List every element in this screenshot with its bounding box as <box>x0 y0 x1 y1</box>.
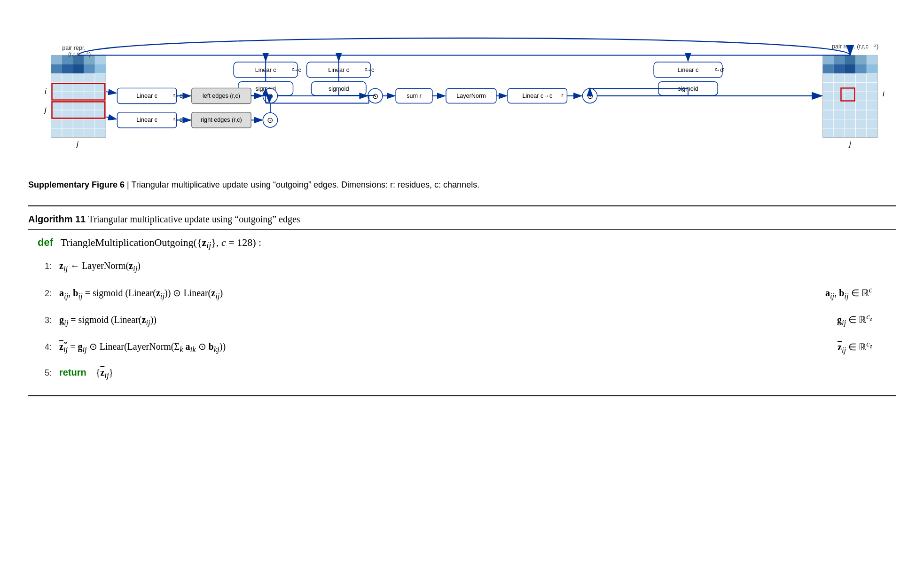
svg-rect-18 <box>51 64 62 73</box>
svg-rect-43 <box>856 55 867 64</box>
svg-text:→c: →c <box>365 67 374 73</box>
svg-text:⊙: ⊙ <box>587 92 593 100</box>
node-sum-r-label: sum r <box>407 93 422 99</box>
line-num-2: 2: <box>33 287 52 300</box>
line-content-1: zij ← LayerNorm(zij) <box>59 258 750 275</box>
svg-text:⊙: ⊙ <box>372 92 378 100</box>
algo-number: Algorithm 11 <box>28 214 86 224</box>
line-content-3: gij = sigmoid (Linear(zij)) <box>59 312 750 330</box>
algo-line-5: 5: return {zij} <box>33 365 891 382</box>
algorithm-content: def TriangleMultiplicationOutgoing({zij}… <box>28 236 896 382</box>
diagram-svg: pair repr. (r,r,c z ) i j j <box>28 14 896 174</box>
svg-text:⊙: ⊙ <box>267 92 273 100</box>
node-layernorm-label: LayerNorm <box>456 93 485 99</box>
line-content-2: aij, bij = sigmoid (Linear(zij)) ⊙ Linea… <box>59 285 750 303</box>
j-label-left: j <box>44 105 47 114</box>
svg-rect-47 <box>845 64 855 73</box>
arrow-matrix-to-j <box>106 117 116 119</box>
line-num-1: 1: <box>33 259 52 273</box>
diagram-container: pair repr. (r,r,c z ) i j j <box>28 14 896 174</box>
svg-rect-20 <box>73 64 84 73</box>
svg-rect-45 <box>823 64 834 73</box>
j-label-left-bottom: j <box>76 140 79 148</box>
node-left-edges-label: left edges (r,c) <box>203 93 240 99</box>
svg-rect-42 <box>845 55 855 64</box>
svg-text:⊙: ⊙ <box>267 116 273 124</box>
svg-rect-17 <box>95 55 106 64</box>
line-num-4: 4: <box>33 340 52 354</box>
def-signature: TriangleMultiplicationOutgoing({zij}, c … <box>55 236 261 248</box>
node-linear-row-i-label: Linear c <box>136 93 157 99</box>
line-num-5: 5: <box>33 366 52 380</box>
algo-title-desc: Triangular multiplicative update using “… <box>88 214 300 224</box>
arrow-matrix-to-i <box>106 92 116 93</box>
matrix-left-label-sub: (r,r,c <box>68 51 80 57</box>
svg-rect-44 <box>867 55 877 64</box>
svg-text:): ) <box>89 51 91 57</box>
svg-rect-22 <box>95 64 106 73</box>
node-linear-c-cz-label: Linear c→c <box>522 93 552 99</box>
caption-text: Triangular multiplicative update using “… <box>131 180 479 189</box>
algo-line-2: 2: aij, bij = sigmoid (Linear(zij)) ⊙ Li… <box>33 284 891 302</box>
svg-rect-48 <box>856 64 867 73</box>
j-label-right-bottom: j <box>848 140 852 148</box>
caption-label: Supplementary Figure 6 <box>28 180 125 189</box>
caption-separator: | <box>125 180 131 189</box>
algorithm-title: Algorithm 11 Triangular multiplicative u… <box>28 211 896 230</box>
node-right-edges-label: right edges (r,c) <box>201 117 242 123</box>
svg-rect-13 <box>51 55 62 64</box>
svg-rect-19 <box>62 64 73 73</box>
node-linear-row-j-label: Linear c <box>136 117 157 123</box>
svg-text:z: z <box>722 66 724 71</box>
svg-text:z: z <box>561 92 564 97</box>
node-linear-cz-cz-3-label: Linear c <box>677 67 698 73</box>
return-keyword: return <box>59 367 86 377</box>
svg-rect-40 <box>823 55 834 64</box>
algorithm-section: Algorithm 11 Triangular multiplicative u… <box>28 205 896 396</box>
svg-rect-46 <box>834 64 845 73</box>
diagram-section: pair repr. (r,r,c z ) i j j <box>28 14 896 191</box>
figure-caption: Supplementary Figure 6 | Triangular mult… <box>28 179 874 191</box>
line-right-2: aij, bij ∈ ℝc <box>750 284 891 302</box>
svg-rect-41 <box>834 55 845 64</box>
top-curve-arrow <box>78 38 850 55</box>
svg-rect-49 <box>867 64 877 73</box>
line-right-3: gij ∈ ℝcz <box>750 311 891 329</box>
svg-text:→c: →c <box>292 67 301 73</box>
matrix-left: pair repr. (r,r,c z ) i j j <box>44 45 106 148</box>
algo-def-line: def TriangleMultiplicationOutgoing({zij}… <box>33 236 891 251</box>
algo-line-1: 1: zij ← LayerNorm(zij) <box>33 258 891 275</box>
algo-line-3: 3: gij = sigmoid (Linear(zij)) gij ∈ ℝcz <box>33 311 891 329</box>
i-label-right: i <box>883 89 885 98</box>
line-content-5: return {zij} <box>59 365 750 382</box>
line-num-3: 3: <box>33 314 52 327</box>
matrix-right: pair repr. (r,r,c z ) i j <box>823 43 885 148</box>
svg-text:): ) <box>877 43 878 50</box>
line-content-4: zij̃ = gij ⊙ Linear(LayerNorm(Σk aik ⊙ b… <box>59 339 750 356</box>
def-keyword: def <box>38 236 53 248</box>
matrix-right-label-top: pair repr. (r,r,c <box>832 43 869 50</box>
algo-line-4: 4: zij̃ = gij ⊙ Linear(LayerNorm(Σk aik … <box>33 338 891 356</box>
svg-rect-21 <box>84 64 95 73</box>
matrix-left-label-top: pair repr. <box>62 45 86 51</box>
line-right-4: zij ∈ ℝcz <box>750 338 891 356</box>
i-label-left: i <box>45 87 47 95</box>
